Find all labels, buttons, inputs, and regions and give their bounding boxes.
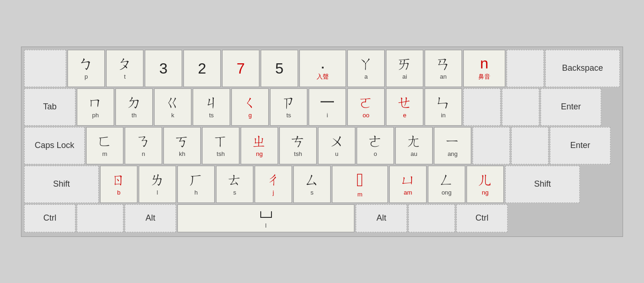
key-bopomofo-ang[interactable]: ㄤ au — [395, 127, 433, 164]
key-bopomofo-eh[interactable]: ㄝ e — [386, 88, 423, 126]
key-bopomofo-yu[interactable]: ㄩ am — [389, 166, 427, 203]
key-bopomofo-ch[interactable]: ㄔ j — [255, 166, 292, 203]
key-bopomofo-eng[interactable]: ㄥ ong — [428, 166, 465, 203]
key-main-char: ㄣ — [436, 95, 451, 110]
key-bopomofo-ai[interactable]: ㄞ ai — [386, 50, 423, 87]
key-sub-label: ng — [482, 189, 488, 196]
key-bopomofo-en[interactable]: ㄣ in — [425, 88, 462, 126]
key-tab[interactable]: Tab — [24, 88, 75, 126]
key-alt-left[interactable]: Alt — [125, 204, 176, 232]
key-bopomofo-h[interactable]: ㄏ h — [177, 166, 215, 203]
key-nasal-n[interactable]: n 鼻音 — [463, 50, 505, 87]
key-sub-label: t — [124, 73, 126, 80]
keyboard-row-0: ㄅ p ㄆ t 3 2 7 5 ． 入聲 ㄚ a — [24, 50, 620, 87]
key-3[interactable]: 3 — [145, 50, 182, 87]
key-main-char: ㄦ — [478, 172, 493, 187]
key-sub-label: a — [364, 73, 367, 80]
key-shift-left[interactable]: Shift — [24, 166, 99, 203]
key-main-char: ㄆ — [117, 56, 132, 71]
key-sub-label: ph — [92, 112, 99, 119]
key-main-char: ㄌ — [150, 172, 165, 187]
key-bopomofo-m[interactable]: ㄇ ph — [77, 88, 114, 126]
key-bopomofo-an[interactable]: ㄢ an — [425, 50, 462, 87]
key-sub-label: s — [233, 189, 237, 196]
key-empty-r2a — [473, 127, 510, 164]
key-sub-label: ang — [447, 150, 458, 157]
key-sub-label: g — [248, 112, 251, 119]
key-main-char: ㄋ — [136, 134, 151, 148]
keyboard-row-3: Shift ㄖ b ㄌ l ㄏ h ㄊ s ㄔ j ㄙ s — [24, 166, 620, 203]
key-main-char: ㄇ — [88, 95, 103, 110]
key-sub-label: k — [171, 112, 175, 119]
key-bopomofo-z[interactable]: ㄗ ts — [270, 88, 307, 126]
key-alt-right[interactable]: Alt — [356, 204, 407, 232]
key-bopomofo-m2[interactable]: 𪜶 m — [332, 166, 388, 203]
key-empty-r1b — [502, 88, 539, 126]
key-main-char: ㄧ — [445, 134, 460, 148]
key-bopomofo-f[interactable]: ㄈ m — [86, 127, 123, 164]
key-sub-label: ts — [209, 112, 214, 119]
key-empty-b2 — [408, 204, 455, 232]
key-bopomofo-r[interactable]: ㄖ b — [100, 166, 137, 203]
key-enter2[interactable]: Enter — [550, 127, 610, 164]
key-sub-label: n — [142, 150, 145, 157]
key-bopomofo-ang2[interactable]: ㄧ ang — [434, 127, 471, 164]
key-bopomofo-b[interactable]: ㄅ p — [68, 50, 105, 87]
key-bopomofo-q[interactable]: ㄑ g — [231, 88, 269, 126]
key-bopomofo-t[interactable]: ㄊ s — [216, 166, 253, 203]
key-sub-label: b — [117, 189, 120, 196]
key-bopomofo-c[interactable]: ㄘ tsh — [279, 127, 317, 164]
key-backspace-label: Backspace — [562, 63, 603, 73]
key-main-char: 一 — [320, 95, 335, 110]
key-main-char: ㄢ — [436, 56, 451, 71]
keyboard-row-1: Tab ㄇ ph ㄉ th ㄍ k ㄐ ts ㄑ g ㄗ ts — [24, 88, 620, 126]
key-sub-label: o — [373, 150, 377, 157]
key-caps-lock[interactable]: Caps Lock — [24, 127, 85, 164]
key-sub-label: s — [311, 189, 314, 196]
key-main-char: ㄞ — [397, 56, 412, 71]
key-bopomofo-zh[interactable]: ㄓ ng — [241, 127, 278, 164]
key-shift-right[interactable]: Shift — [505, 166, 580, 203]
key-main-char: ㄗ — [281, 95, 296, 110]
key-main-char: ㄈ — [97, 134, 112, 148]
key-empty-r2b — [511, 127, 549, 164]
key-bopomofo-er[interactable]: ㄦ ng — [467, 166, 504, 203]
key-sub-label: th — [132, 112, 137, 119]
key-main-char: 5 — [275, 61, 284, 76]
key-bopomofo-a[interactable]: ㄚ a — [347, 50, 385, 87]
key-main-char: ㄉ — [127, 95, 142, 110]
key-space[interactable]: ⌴ l — [177, 204, 354, 232]
key-caps-lock-label: Caps Lock — [34, 141, 74, 150]
key-5[interactable]: 5 — [261, 50, 298, 87]
key-dot-rushe[interactable]: ． 入聲 — [299, 50, 346, 87]
key-enter[interactable]: Enter — [541, 88, 601, 126]
key-bopomofo-k[interactable]: ㄎ kh — [163, 127, 201, 164]
key-bopomofo-s[interactable]: ㄙ s — [293, 166, 331, 203]
key-ctrl-right[interactable]: Ctrl — [456, 204, 508, 232]
key-bopomofo-l[interactable]: ㄌ l — [139, 166, 176, 203]
key-sub-label: am — [404, 189, 412, 196]
key-bopomofo-er[interactable]: ㄜ o — [357, 127, 394, 164]
key-bopomofo-j[interactable]: ㄐ ts — [193, 88, 230, 126]
key-bopomofo-p[interactable]: ㄆ t — [106, 50, 143, 87]
key-backspace[interactable]: Backspace — [545, 50, 620, 87]
key-2[interactable]: 2 — [183, 50, 221, 87]
key-bopomofo-yi[interactable]: 一 i — [309, 88, 346, 126]
key-main-char: ㄔ — [266, 172, 281, 187]
key-ctrl-right-label: Ctrl — [475, 213, 488, 223]
key-main-char: ㄚ — [359, 56, 373, 71]
key-sub-label: oo — [363, 112, 369, 119]
key-bopomofo-g[interactable]: ㄍ k — [154, 88, 191, 126]
key-7[interactable]: 7 — [222, 50, 259, 87]
key-sub-label: ts — [286, 112, 291, 119]
key-bopomofo-d[interactable]: ㄉ th — [115, 88, 153, 126]
key-main-char: ㄍ — [165, 95, 180, 110]
key-bopomofo-u[interactable]: ㄨ u — [318, 127, 355, 164]
key-bopomofo-n[interactable]: ㄋ n — [125, 127, 162, 164]
key-sub-label: l — [157, 189, 158, 196]
key-ctrl-left[interactable]: Ctrl — [24, 204, 75, 232]
key-bopomofo-o[interactable]: ㄛ oo — [347, 88, 385, 126]
key-ctrl-left-label: Ctrl — [43, 213, 56, 223]
key-enter-label: Enter — [561, 102, 581, 112]
key-bopomofo-x[interactable]: ㄒ tsh — [202, 127, 239, 164]
